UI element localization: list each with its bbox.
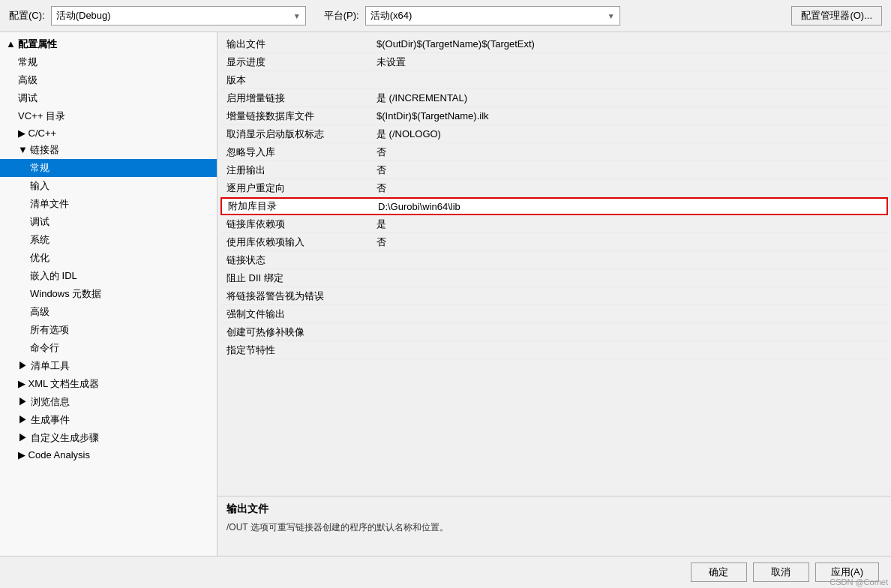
- tree-item-build-events[interactable]: ▶ 生成事件: [0, 411, 217, 429]
- config-bar: 配置(C): 活动(Debug) ▼ 平台(P): 活动(x64) ▼ 配置管理…: [0, 0, 891, 32]
- tree-panel: ▲ 配置属性常规高级调试VC++ 目录▶ C/C++▼ 链接器常规输入清单文件调…: [0, 32, 218, 556]
- tree-item-linker-embedded-idl[interactable]: 嵌入的 IDL: [0, 267, 217, 285]
- prop-value-8: 否: [370, 182, 888, 195]
- prop-value-0: $(OutDir)$(TargetName)$(TargetExt): [370, 38, 888, 50]
- config-label: 配置(C):: [9, 9, 45, 22]
- prop-value-5: 是 (/NOLOGO): [370, 128, 888, 141]
- platform-dropdown[interactable]: 活动(x64) ▼: [365, 6, 620, 26]
- prop-name-1: 显示进度: [220, 56, 370, 69]
- platform-dropdown-value: 活动(x64): [370, 9, 412, 22]
- tree-item-advanced[interactable]: 高级: [0, 71, 217, 89]
- prop-value-3: 是 (/INCREMENTAL): [370, 92, 888, 105]
- tree-item-manifest-tool[interactable]: ▶ 清单工具: [0, 357, 217, 375]
- prop-name-4: 增量链接数据库文件: [220, 110, 370, 123]
- prop-name-17: 指定节特性: [220, 344, 370, 357]
- prop-name-13: 阻止 DII 绑定: [220, 272, 370, 285]
- prop-value-1: 未设置: [370, 56, 888, 69]
- prop-name-2: 版本: [220, 74, 370, 87]
- prop-name-5: 取消显示启动版权标志: [220, 128, 370, 141]
- ok-button[interactable]: 确定: [691, 562, 747, 582]
- prop-value-10: 是: [370, 218, 888, 231]
- prop-row-6[interactable]: 忽略导入库否: [220, 143, 888, 161]
- prop-name-0: 输出文件: [220, 38, 370, 51]
- config-dropdown-value: 活动(Debug): [56, 9, 111, 22]
- prop-row-1[interactable]: 显示进度未设置: [220, 53, 888, 71]
- prop-name-3: 启用增量链接: [220, 92, 370, 105]
- tree-item-xml-doc[interactable]: ▶ XML 文档生成器: [0, 375, 217, 393]
- prop-value-9: D:\Gurobi\win64\lib: [372, 201, 886, 212]
- prop-row-12[interactable]: 链接状态: [220, 251, 888, 269]
- prop-row-4[interactable]: 增量链接数据库文件$(IntDir)$(TargetName).ilk: [220, 107, 888, 125]
- platform-dropdown-arrow: ▼: [608, 12, 615, 20]
- tree-item-linker-manifest[interactable]: 清单文件: [0, 195, 217, 213]
- prop-row-16[interactable]: 创建可热修补映像: [220, 323, 888, 341]
- cancel-button[interactable]: 取消: [753, 562, 809, 582]
- prop-row-14[interactable]: 将链接器警告视为错误: [220, 287, 888, 305]
- prop-row-3[interactable]: 启用增量链接是 (/INCREMENTAL): [220, 89, 888, 107]
- prop-row-17[interactable]: 指定节特性: [220, 341, 888, 359]
- tree-item-linker[interactable]: ▼ 链接器: [0, 141, 217, 159]
- property-panel: 输出文件$(OutDir)$(TargetName)$(TargetExt)显示…: [218, 32, 891, 556]
- bottom-bar: 确定 取消 应用(A): [0, 556, 891, 588]
- tree-item-custom-build[interactable]: ▶ 自定义生成步骤: [0, 429, 217, 447]
- tree-item-linker-windows-meta[interactable]: Windows 元数据: [0, 285, 217, 303]
- tree-item-vc-dirs[interactable]: VC++ 目录: [0, 107, 217, 125]
- prop-value-11: 否: [370, 236, 888, 249]
- prop-row-10[interactable]: 链接库依赖项是: [220, 215, 888, 233]
- tree-item-linker-system[interactable]: 系统: [0, 231, 217, 249]
- prop-row-13[interactable]: 阻止 DII 绑定: [220, 269, 888, 287]
- prop-name-8: 逐用户重定向: [220, 182, 370, 195]
- prop-name-11: 使用库依赖项输入: [220, 236, 370, 249]
- tree-item-linker-debug[interactable]: 调试: [0, 213, 217, 231]
- project-properties-dialog: 配置(C): 活动(Debug) ▼ 平台(P): 活动(x64) ▼ 配置管理…: [0, 0, 891, 588]
- tree-item-c-cpp[interactable]: ▶ C/C++: [0, 125, 217, 141]
- property-table: 输出文件$(OutDir)$(TargetName)$(TargetExt)显示…: [218, 32, 891, 496]
- config-dropdown-arrow: ▼: [293, 12, 301, 20]
- prop-row-5[interactable]: 取消显示启动版权标志是 (/NOLOGO): [220, 125, 888, 143]
- tree-item-common[interactable]: 常规: [0, 53, 217, 71]
- prop-row-8[interactable]: 逐用户重定向否: [220, 179, 888, 197]
- tree-item-debug[interactable]: 调试: [0, 89, 217, 107]
- prop-row-11[interactable]: 使用库依赖项输入否: [220, 233, 888, 251]
- watermark: CSDN @Comet: [830, 578, 888, 586]
- tree-item-code-analysis[interactable]: ▶ Code Analysis: [0, 447, 217, 463]
- description-title: 输出文件: [226, 502, 882, 516]
- platform-label: 平台(P):: [324, 9, 359, 22]
- prop-name-10: 链接库依赖项: [220, 218, 370, 231]
- tree-item-browse-info[interactable]: ▶ 浏览信息: [0, 393, 217, 411]
- tree-item-config-props[interactable]: ▲ 配置属性: [0, 35, 217, 53]
- tree-item-linker-optimize[interactable]: 优化: [0, 249, 217, 267]
- description-area: 输出文件 /OUT 选项可重写链接器创建的程序的默认名称和位置。: [218, 496, 891, 556]
- description-text: /OUT 选项可重写链接器创建的程序的默认名称和位置。: [226, 520, 882, 534]
- prop-row-7[interactable]: 注册输出否: [220, 161, 888, 179]
- prop-value-6: 否: [370, 146, 888, 159]
- main-content: ▲ 配置属性常规高级调试VC++ 目录▶ C/C++▼ 链接器常规输入清单文件调…: [0, 32, 891, 556]
- prop-name-16: 创建可热修补映像: [220, 326, 370, 339]
- prop-name-9: 附加库目录: [222, 200, 372, 213]
- prop-row-2[interactable]: 版本: [220, 71, 888, 89]
- tree-item-linker-cmdline[interactable]: 命令行: [0, 339, 217, 357]
- prop-row-15[interactable]: 强制文件输出: [220, 305, 888, 323]
- prop-name-6: 忽略导入库: [220, 146, 370, 159]
- tree-item-linker-common[interactable]: 常规: [0, 159, 217, 177]
- config-manager-button[interactable]: 配置管理器(O)...: [791, 6, 882, 26]
- tree-item-linker-advanced[interactable]: 高级: [0, 303, 217, 321]
- prop-row-0[interactable]: 输出文件$(OutDir)$(TargetName)$(TargetExt): [220, 35, 888, 53]
- tree-item-linker-all-opts[interactable]: 所有选项: [0, 321, 217, 339]
- tree-item-linker-input[interactable]: 输入: [0, 177, 217, 195]
- config-dropdown[interactable]: 活动(Debug) ▼: [51, 6, 306, 26]
- prop-value-4: $(IntDir)$(TargetName).ilk: [370, 110, 888, 122]
- prop-row-9[interactable]: 附加库目录D:\Gurobi\win64\lib: [220, 197, 888, 215]
- prop-name-7: 注册输出: [220, 164, 370, 177]
- prop-value-7: 否: [370, 164, 888, 177]
- prop-name-12: 链接状态: [220, 254, 370, 267]
- prop-name-14: 将链接器警告视为错误: [220, 290, 370, 303]
- prop-name-15: 强制文件输出: [220, 308, 370, 321]
